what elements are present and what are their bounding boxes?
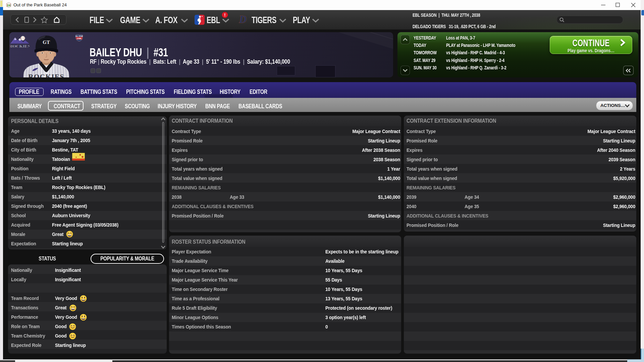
svg-text:GAME: GAME: [77, 38, 82, 40]
svg-text:D: D: [239, 14, 247, 25]
svg-text:GT: GT: [43, 40, 50, 45]
svg-text:ALL STAR: ALL STAR: [75, 36, 83, 37]
svg-text:ROCKIES: ROCKIES: [28, 73, 64, 77]
svg-text:24: 24: [7, 4, 10, 7]
